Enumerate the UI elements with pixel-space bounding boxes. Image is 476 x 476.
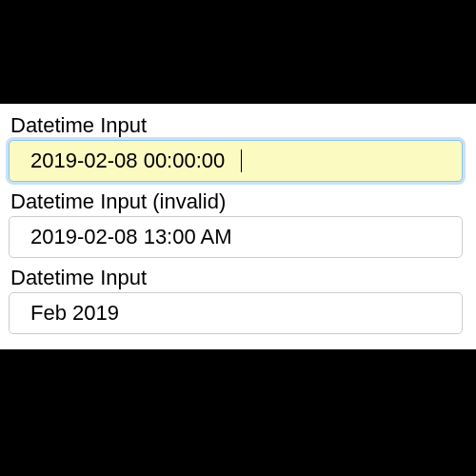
datetime-field-2: Datetime Input (invalid) xyxy=(9,189,463,258)
datetime-input-month[interactable] xyxy=(9,292,463,334)
input-wrap xyxy=(9,140,463,182)
field-label: Datetime Input xyxy=(9,113,463,138)
field-label: Datetime Input xyxy=(9,266,463,290)
datetime-field-1: Datetime Input xyxy=(9,113,463,182)
datetime-input-invalid[interactable] xyxy=(9,216,463,258)
datetime-field-3: Datetime Input xyxy=(9,266,463,334)
datetime-input[interactable] xyxy=(9,140,463,182)
form-panel: Datetime Input Datetime Input (invalid) … xyxy=(0,104,476,349)
field-label: Datetime Input (invalid) xyxy=(9,189,463,214)
